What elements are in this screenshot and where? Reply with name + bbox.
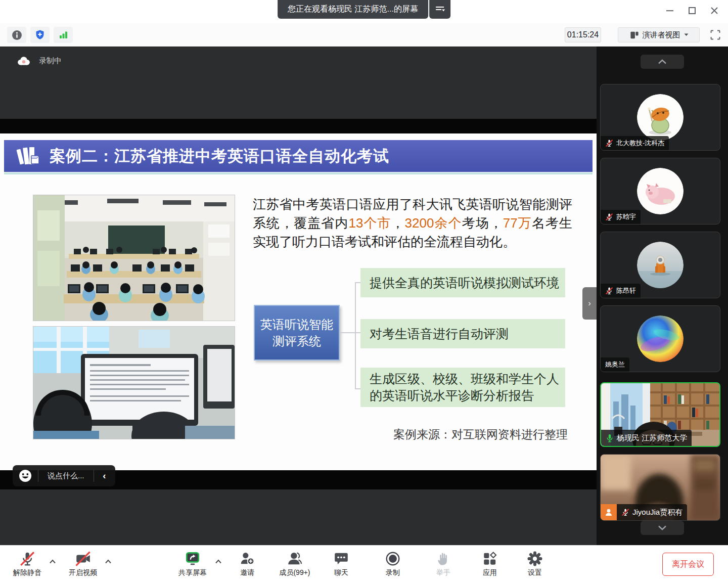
record-button[interactable]: 录制	[372, 550, 414, 577]
members-icon	[287, 551, 303, 567]
shield-plus-icon	[34, 29, 46, 40]
recording-indicator: 录制中	[17, 56, 62, 66]
leave-meeting-label: 离开会议	[672, 559, 704, 570]
banner-menu-button[interactable]	[429, 0, 450, 19]
participant-name: 苏晗宇	[616, 212, 636, 221]
system-box-line2: 测评系统	[272, 333, 321, 349]
signal-bars-icon	[58, 30, 69, 40]
participant-name-tag: 北大教技-沈科杰	[601, 136, 669, 150]
apps-button[interactable]: 应用	[469, 550, 511, 577]
shared-screen-view: 录制中 案例二：江苏省推进中考英语口语全自动化考试	[0, 47, 597, 545]
chat-button[interactable]: 聊天	[320, 550, 362, 577]
chat-collapse-chevron[interactable]: ‹	[100, 470, 109, 481]
participants-scroll-up-button[interactable]	[641, 55, 684, 69]
participant-tile-speaking[interactable]: 杨现民 江苏师范大学	[600, 382, 720, 447]
system-box: 英语听说智能 测评系统	[254, 305, 340, 361]
highlight-770k: 77万	[503, 215, 532, 231]
mic-muted-icon	[605, 213, 613, 221]
record-icon	[385, 551, 401, 567]
watching-screen-banner: 您正在观看杨现民 江苏师范...的屏幕	[278, 0, 428, 19]
slide-header-bar: 案例二：江苏省推进中考英语口语全自动化考试	[4, 140, 593, 172]
mic-muted-icon	[19, 551, 35, 567]
participant-name: 姚奥兰	[605, 360, 625, 369]
chevron-up-icon	[658, 59, 667, 64]
avatar	[637, 168, 684, 214]
members-label: 成员(99+)	[271, 568, 318, 577]
meeting-toolbar: 01:15:24 演讲者视图	[0, 23, 728, 47]
quick-chat-bar: 说点什么... ‹	[13, 465, 115, 486]
books-icon	[16, 145, 42, 168]
participant-tile[interactable]: 北大教技-沈科杰	[600, 84, 720, 151]
start-video-button[interactable]: 开启视频	[62, 550, 104, 577]
case-source-note: 案例来源：对互联网资料进行整理	[393, 427, 568, 442]
paragraph-text: ，	[391, 215, 405, 231]
participant-name-tag: JiyouJia贾积有	[617, 504, 687, 520]
mic-active-icon	[606, 434, 614, 442]
slide-title: 案例二：江苏省推进中考英语口语全自动化考试	[50, 146, 389, 167]
minimize-button[interactable]	[660, 3, 679, 18]
members-button[interactable]: 成员(99+)	[271, 550, 318, 577]
participant-tile[interactable]: JiyouJia贾积有	[600, 454, 720, 521]
chat-icon	[333, 551, 349, 567]
raise-hand-button[interactable]: 举手	[422, 550, 465, 577]
view-mode-label: 演讲者视图	[643, 30, 680, 40]
meeting-timer-value: 01:15:24	[567, 30, 599, 39]
chat-input-placeholder[interactable]: 说点什么...	[44, 471, 87, 481]
video-options-chevron[interactable]	[105, 558, 112, 565]
participant-tile[interactable]: 苏晗宇	[600, 158, 720, 224]
participants-scroll-down-button[interactable]	[641, 521, 684, 535]
camera-off-icon	[74, 551, 92, 567]
invite-icon	[239, 551, 255, 567]
avatar	[637, 242, 684, 288]
meeting-app-window: 您正在观看杨现民 江苏师范...的屏幕	[0, 0, 728, 584]
maximize-button[interactable]	[682, 3, 702, 18]
settings-label: 设置	[514, 568, 556, 577]
participant-tile[interactable]: 姚奥兰	[600, 305, 720, 372]
share-screen-button[interactable]: 共享屏幕	[171, 550, 214, 577]
settings-button[interactable]: 设置	[514, 550, 556, 577]
leave-meeting-button[interactable]: 离开会议	[662, 553, 714, 576]
invite-label: 邀请	[226, 568, 268, 577]
feature-2-text: 对考生语音进行自动评测	[370, 326, 509, 342]
audio-options-chevron[interactable]	[49, 558, 56, 565]
participant-name: 北大教技-沈科杰	[616, 139, 664, 148]
info-icon	[12, 30, 22, 40]
security-button[interactable]	[30, 27, 50, 43]
participants-sidebar: 北大教技-沈科杰	[597, 47, 728, 545]
participant-name-tag: 陈昂轩	[601, 284, 641, 298]
participant-name: 杨现民 江苏师范大学	[617, 433, 687, 443]
avatar	[637, 316, 684, 362]
minimize-icon	[664, 5, 675, 16]
fullscreen-button[interactable]	[707, 27, 724, 43]
participant-name-tag: 姚奥兰	[601, 357, 629, 372]
view-mode-dropdown[interactable]: 演讲者视图	[618, 27, 700, 42]
invite-button[interactable]: 邀请	[226, 550, 268, 577]
meeting-info-button[interactable]	[7, 27, 26, 43]
connector-top	[355, 282, 360, 283]
divider	[94, 470, 94, 482]
network-status-button[interactable]	[54, 27, 73, 43]
feature-box-2: 对考生语音进行自动评测	[360, 319, 565, 348]
mic-muted-icon	[605, 139, 613, 147]
participant-tile[interactable]: 陈昂轩	[600, 232, 720, 298]
title-bar: 您正在观看杨现民 江苏师范...的屏幕	[0, 0, 728, 23]
participant-name: 陈昂轩	[616, 286, 636, 295]
settings-gear-icon	[527, 551, 543, 567]
presentation-slide: 案例二：江苏省推进中考英语口语全自动化考试	[0, 133, 597, 470]
layout-icon	[629, 30, 639, 40]
mic-muted-icon	[605, 287, 613, 295]
hamburger-caret-icon	[435, 6, 445, 14]
sidebar-collapse-handle[interactable]: ›	[582, 287, 597, 320]
close-button[interactable]	[705, 3, 724, 18]
share-screen-label: 共享屏幕	[171, 568, 214, 577]
raise-hand-icon	[436, 551, 451, 566]
maximize-icon	[687, 5, 698, 16]
apps-icon	[482, 551, 498, 567]
unmute-button[interactable]: 解除静音	[6, 550, 49, 577]
share-options-chevron[interactable]	[215, 558, 222, 565]
host-badge	[601, 504, 617, 520]
connector-bottom	[355, 388, 360, 389]
person-icon	[604, 508, 613, 517]
emoji-icon[interactable]	[19, 469, 32, 482]
bottom-toolbar: 解除静音 开启视频	[0, 545, 728, 584]
